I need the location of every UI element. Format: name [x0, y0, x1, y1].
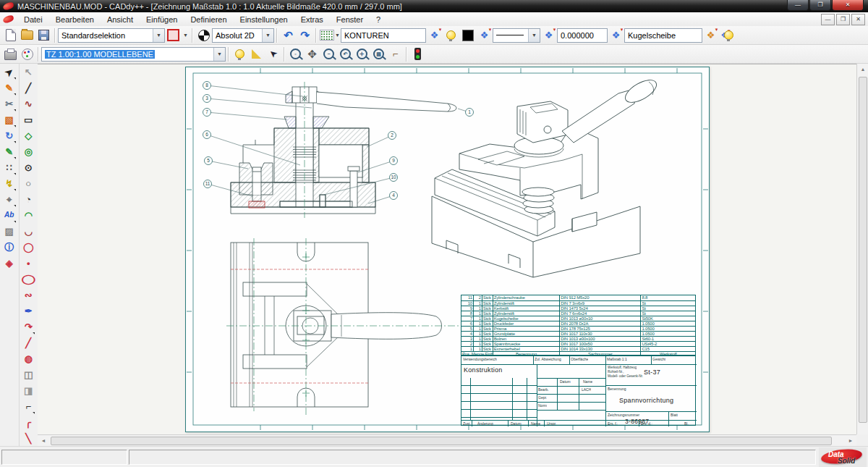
layer-down-button[interactable]: ❖ [426, 28, 443, 43]
part-name-input[interactable]: Kugelscheibe [624, 28, 702, 43]
select-dark-button[interactable]: ➤ [265, 46, 281, 62]
contour-offset-tool[interactable]: ⌐ [20, 398, 37, 414]
new-file-button[interactable] [2, 28, 19, 43]
coordinate-mode-combo[interactable]: Absolut 2D ▼ [212, 28, 274, 43]
horizontal-scroll-thumb[interactable] [51, 437, 832, 445]
rectangle-tool[interactable]: ▭ [20, 112, 37, 127]
line-tool[interactable]: ╱ [20, 80, 37, 96]
fillet-tool[interactable]: ╭ [20, 414, 37, 430]
drafting-square-button[interactable]: ⌐ [387, 46, 404, 62]
child-minimize-button[interactable]: — [821, 14, 835, 25]
polygon-tool[interactable]: ◇ [20, 127, 37, 143]
fill-drop-tool[interactable]: ✒ [20, 303, 37, 319]
width-layer-button[interactable]: ❖ [540, 28, 557, 43]
horizontal-scrollbar[interactable]: ◄ ► [38, 434, 856, 447]
modify-pencil-tool[interactable]: ✎ [1, 143, 18, 159]
arc-tool[interactable]: ◠ [20, 207, 37, 223]
zoom-previous-button[interactable]: ↶ [337, 46, 354, 62]
menu-einstellungen[interactable]: Einstellungen [234, 14, 294, 25]
vertical-scrollbar[interactable]: ▲ [856, 64, 868, 434]
undo-button[interactable]: ↶ [280, 28, 297, 43]
point-style-dropdown[interactable]: ▼ [319, 28, 341, 43]
lamp-button[interactable] [231, 46, 248, 62]
menu-bearbeiten[interactable]: Bearbeiten [49, 14, 101, 25]
menu-extras[interactable]: Extras [294, 14, 330, 25]
set-square-button[interactable] [248, 46, 265, 62]
chevron-down-icon[interactable]: ▼ [528, 29, 540, 42]
menu-datei[interactable]: Datei [17, 14, 49, 25]
chevron-down-icon[interactable]: ▼ [213, 48, 225, 61]
menu-fenster[interactable]: Fenster [330, 14, 370, 25]
box-3d-tool[interactable]: ◫ [20, 366, 37, 382]
menu-definieren[interactable]: Definieren [184, 14, 233, 25]
zoom-window-button[interactable]: ▫ [287, 46, 304, 62]
info-tool[interactable]: ⓘ [1, 239, 18, 255]
pointer-tool[interactable]: ↖ [20, 64, 37, 80]
zoom-page-button[interactable]: ▤ [370, 46, 387, 62]
menu-einfgen[interactable]: Einfügen [140, 14, 184, 25]
redo-button[interactable]: ↷ [297, 28, 313, 43]
ellipse-tool[interactable]: ◯ [20, 271, 37, 287]
tangent-arc-tool[interactable]: ↷ [20, 319, 37, 335]
quick-line-tool[interactable]: ↯ [1, 175, 18, 191]
open-file-button[interactable] [19, 28, 35, 43]
zoom-all-button[interactable]: ✛ [354, 46, 370, 62]
arc-3p-tool[interactable]: ◡ [20, 223, 37, 239]
selection-box-button[interactable] [165, 28, 182, 43]
palette-button[interactable] [19, 46, 35, 62]
selection-box-flyout[interactable]: ▼ [182, 28, 190, 43]
chamfer-tool[interactable]: ╲ [20, 430, 37, 446]
close-button[interactable]: ✕ [832, 0, 864, 11]
chevron-down-icon[interactable]: ▼ [153, 29, 164, 42]
scroll-right-icon[interactable]: ► [845, 435, 856, 447]
trim-tool[interactable]: ✂ [1, 96, 18, 112]
polyline-tool[interactable]: ∿ [20, 96, 37, 112]
line-style-combo[interactable]: ▼ [493, 28, 540, 43]
scroll-left-icon[interactable]: ◄ [38, 435, 49, 447]
layer-name-input[interactable]: KONTUREN [341, 28, 426, 43]
layer-up-button[interactable]: ❖ [476, 28, 493, 43]
erase-tool[interactable]: ◈ [1, 255, 18, 271]
circle-2p-tool[interactable]: ◔ [20, 191, 37, 207]
minimize-button[interactable]: — [787, 0, 809, 11]
point-snap-tool[interactable]: ∷ [1, 159, 18, 175]
rotate-copy-tool[interactable]: ↻ [1, 127, 18, 143]
selection-mode-combo[interactable]: Standardselektion ▼ [58, 28, 165, 43]
drawing-sheet[interactable]: 8376511291041 112StckZylinderschraubeDIN… [185, 67, 710, 432]
redraw-status-button[interactable] [409, 46, 426, 62]
restore-button[interactable]: ❐ [809, 0, 831, 11]
origin-button[interactable] [195, 28, 212, 43]
ring-tool[interactable]: ◯ [20, 239, 37, 255]
point-tool[interactable]: • [20, 255, 37, 271]
line-width-input[interactable]: 0.000000 [557, 28, 608, 43]
select-tool[interactable]: ➤ [1, 64, 18, 80]
chevron-down-icon[interactable]: ▼ [262, 29, 273, 42]
move-part-button[interactable]: ❖ [702, 28, 719, 43]
text-tool[interactable]: Ab [1, 207, 18, 223]
hatch-edit-tool[interactable]: ▧ [1, 112, 18, 127]
hatch-tool[interactable]: ▨ [1, 223, 18, 239]
save-button[interactable] [35, 28, 52, 43]
scale-layer-combo[interactable]: TZ 1.00:1.00 MODELLEBENE ▼ [41, 47, 226, 62]
dimension-tool[interactable]: ⌖ [1, 191, 18, 207]
mirror-tool[interactable]: ◨ [20, 382, 37, 398]
part-visibility-button[interactable]: ❖ [719, 28, 736, 43]
menu-ansicht[interactable]: Ansicht [101, 14, 140, 25]
layer-visibility-button[interactable] [443, 28, 459, 43]
vertical-scroll-thumb[interactable] [859, 77, 867, 423]
pan-button[interactable]: ✥ [304, 46, 320, 62]
scroll-up-icon[interactable]: ▲ [857, 64, 868, 75]
menu-help[interactable]: ? [370, 14, 387, 25]
group-layer-button[interactable]: ❖ [608, 28, 624, 43]
oval-tool[interactable]: ◍ [20, 350, 37, 366]
construction-line-tool[interactable]: ╱ [20, 335, 37, 350]
color-swatch-button[interactable] [459, 28, 476, 43]
drawing-canvas[interactable]: 8376511291041 112StckZylinderschraubeDIN… [38, 64, 856, 435]
child-restore-button[interactable]: ❐ [836, 14, 850, 25]
print-button[interactable] [2, 46, 19, 62]
circle-tool[interactable]: ○ [20, 175, 37, 191]
circle-center-tool[interactable]: ⊙ [20, 159, 37, 175]
zoom-out-button[interactable]: − [320, 46, 337, 62]
sketch-pencil-tool[interactable]: ✎ [1, 80, 18, 96]
child-close-button[interactable]: ✕ [851, 14, 865, 25]
